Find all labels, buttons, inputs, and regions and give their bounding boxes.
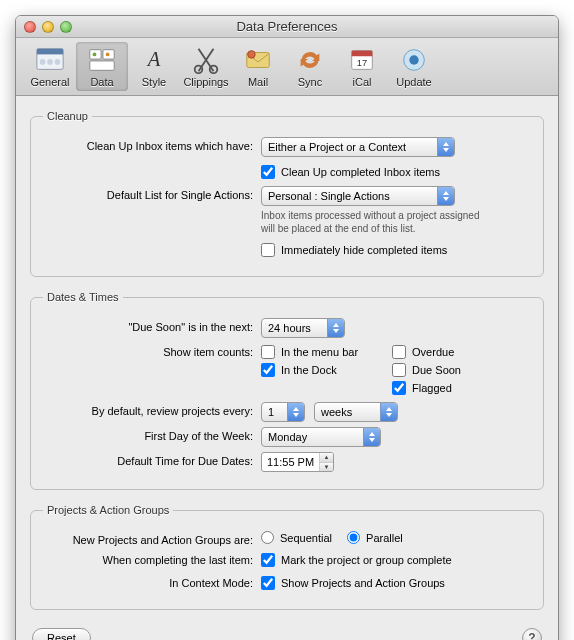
svg-point-11	[195, 66, 203, 74]
svg-point-14	[248, 51, 256, 59]
svg-point-19	[409, 55, 418, 64]
svg-rect-16	[352, 51, 373, 57]
svg-point-9	[106, 53, 110, 57]
zoom-icon[interactable]	[60, 21, 72, 33]
default-list-label: Default List for Single Actions:	[43, 186, 253, 201]
counts-flagged-checkbox[interactable]: Flagged	[392, 381, 461, 395]
mark-complete-checkbox[interactable]: Mark the project or group complete	[261, 553, 452, 567]
completing-last-label: When completing the last item:	[43, 551, 253, 566]
due-soon-select[interactable]: 24 hours	[261, 318, 345, 338]
toolbar-sync[interactable]: Sync	[284, 42, 336, 91]
toolbar-mail[interactable]: Mail	[232, 42, 284, 91]
review-number-select[interactable]: 1	[261, 402, 305, 422]
cleanup-which-label: Clean Up Inbox items which have:	[43, 137, 253, 152]
svg-text:A: A	[146, 48, 161, 70]
ical-icon: 17	[346, 44, 378, 76]
svg-point-12	[210, 66, 218, 74]
minimize-icon[interactable]	[42, 21, 54, 33]
footer: Reset ?	[30, 624, 544, 640]
first-day-label: First Day of the Week:	[43, 427, 253, 442]
counts-duesoon-checkbox[interactable]: Due Soon	[392, 363, 461, 377]
svg-text:17: 17	[357, 58, 367, 68]
due-soon-label: "Due Soon" is in the next:	[43, 318, 253, 333]
mail-icon	[242, 44, 274, 76]
show-counts-label: Show item counts:	[43, 343, 253, 358]
default-list-help: Inbox items processed without a project …	[261, 210, 493, 235]
svg-rect-7	[90, 61, 114, 70]
chevron-updown-icon	[380, 403, 397, 421]
review-unit-select[interactable]: weeks	[314, 402, 398, 422]
preferences-window: Data Preferences General Data A Style Cl…	[15, 15, 559, 640]
counts-menubar-checkbox[interactable]: In the menu bar	[261, 345, 358, 359]
toolbar-style[interactable]: A Style	[128, 42, 180, 91]
sync-icon	[294, 44, 326, 76]
time-stepper[interactable]: ▲▼	[319, 453, 333, 471]
chevron-updown-icon	[437, 187, 454, 205]
cleanup-legend: Cleanup	[43, 110, 92, 122]
first-day-select[interactable]: Monday	[261, 427, 381, 447]
general-icon	[34, 44, 66, 76]
window-controls	[24, 21, 72, 33]
help-button[interactable]: ?	[522, 628, 542, 640]
projects-section: Projects & Action Groups New Projects an…	[30, 504, 544, 610]
show-projects-checkbox[interactable]: Show Projects and Action Groups	[261, 576, 445, 590]
new-projects-label: New Projects and Action Groups are:	[43, 531, 253, 546]
update-icon	[398, 44, 430, 76]
svg-point-8	[93, 53, 97, 57]
cleanup-completed-checkbox[interactable]: Clean Up completed Inbox items	[261, 165, 440, 179]
toolbar-ical[interactable]: 17 iCal	[336, 42, 388, 91]
sequential-radio[interactable]: Sequential	[261, 531, 332, 544]
cleanup-which-select[interactable]: Either a Project or a Context	[261, 137, 455, 157]
window-title: Data Preferences	[16, 19, 558, 34]
parallel-radio[interactable]: Parallel	[347, 531, 403, 544]
dates-section: Dates & Times "Due Soon" is in the next:…	[30, 291, 544, 490]
titlebar: Data Preferences	[16, 16, 558, 38]
content-area: Cleanup Clean Up Inbox items which have:…	[16, 96, 558, 640]
dates-legend: Dates & Times	[43, 291, 123, 303]
svg-point-3	[47, 59, 53, 65]
default-list-select[interactable]: Personal : Single Actions	[261, 186, 455, 206]
chevron-updown-icon	[287, 403, 304, 421]
projects-legend: Projects & Action Groups	[43, 504, 173, 516]
context-mode-label: In Context Mode:	[43, 574, 253, 589]
chevron-updown-icon	[327, 319, 344, 337]
data-icon	[86, 44, 118, 76]
toolbar-general[interactable]: General	[24, 42, 76, 91]
svg-point-2	[40, 59, 46, 65]
hide-completed-checkbox[interactable]: Immediately hide completed items	[261, 243, 447, 257]
close-icon[interactable]	[24, 21, 36, 33]
reset-button[interactable]: Reset	[32, 628, 91, 640]
default-time-input[interactable]: 11:55 PM ▲▼	[261, 452, 334, 472]
counts-overdue-checkbox[interactable]: Overdue	[392, 345, 461, 359]
style-icon: A	[138, 44, 170, 76]
svg-point-4	[55, 59, 61, 65]
toolbar-clippings[interactable]: Clippings	[180, 42, 232, 91]
toolbar-update[interactable]: Update	[388, 42, 440, 91]
chevron-updown-icon	[437, 138, 454, 156]
review-every-label: By default, review projects every:	[43, 402, 253, 417]
counts-dock-checkbox[interactable]: In the Dock	[261, 363, 358, 377]
toolbar-data[interactable]: Data	[76, 42, 128, 91]
svg-rect-1	[37, 49, 63, 55]
cleanup-section: Cleanup Clean Up Inbox items which have:…	[30, 110, 544, 277]
preferences-toolbar: General Data A Style Clippings Mail	[16, 38, 558, 96]
clippings-icon	[190, 44, 222, 76]
chevron-updown-icon	[363, 428, 380, 446]
default-time-label: Default Time for Due Dates:	[43, 452, 253, 467]
